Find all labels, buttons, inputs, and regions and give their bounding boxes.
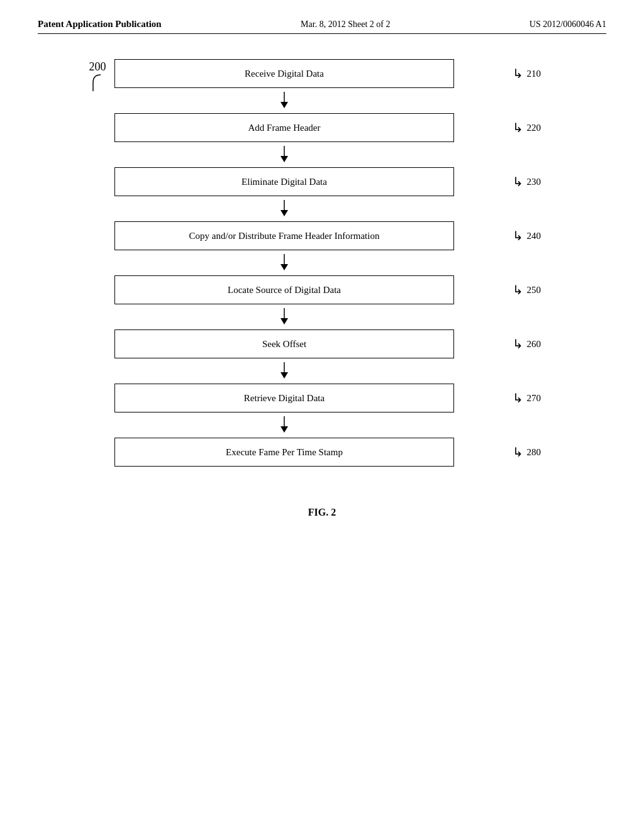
page-header: Patent Application Publication Mar. 8, 2…: [38, 19, 606, 34]
flow-label-280: ↳280: [513, 445, 541, 460]
flow-label-210: ↳210: [513, 66, 541, 81]
flow-num-270: 270: [527, 393, 541, 404]
arrow-svg: [278, 416, 291, 434]
page: Patent Application Publication Mar. 8, 2…: [0, 0, 644, 830]
flow-label-240: ↳240: [513, 228, 541, 243]
svg-marker-9: [280, 318, 288, 324]
arrow-down-220: [114, 142, 454, 167]
flow-num-240: 240: [527, 231, 541, 241]
diagram: 200 Receive Digital Data↳210 Add Frame H…: [38, 59, 606, 469]
arrow-svg: [278, 92, 291, 109]
arrow-down-230: [114, 196, 454, 221]
svg-marker-5: [280, 210, 288, 216]
svg-marker-3: [280, 156, 288, 162]
arrow-svg: [278, 200, 291, 218]
bracket-icon: [88, 74, 107, 92]
flow-item-210: Receive Digital Data↳210: [114, 59, 491, 88]
arrow-svg: [278, 146, 291, 163]
flow-box-250: Locate Source of Digital Data: [114, 275, 454, 304]
svg-marker-11: [280, 372, 288, 379]
flow-item-280: Execute Fame Per Time Stamp↳280: [114, 438, 491, 467]
flow-label-270: ↳270: [513, 390, 541, 406]
arrow-down-270: [114, 412, 454, 438]
diagram-main-label: 200: [89, 60, 106, 74]
arrow-svg: [278, 362, 291, 380]
arrow-svg: [278, 308, 291, 326]
flow-num-220: 220: [527, 123, 541, 133]
flow-item-220: Add Frame Header↳220: [114, 113, 491, 142]
flow-num-260: 260: [527, 339, 541, 350]
flow-num-250: 250: [527, 285, 541, 296]
flow-label-260: ↳260: [513, 336, 541, 351]
svg-marker-1: [280, 102, 288, 108]
flow-num-230: 230: [527, 177, 541, 187]
arrow-down-260: [114, 358, 454, 384]
flow-label-220: ↳220: [513, 120, 541, 135]
flow-container: Receive Digital Data↳210 Add Frame Heade…: [114, 59, 491, 467]
flow-num-280: 280: [527, 447, 541, 458]
svg-marker-13: [280, 426, 288, 433]
flow-num-210: 210: [527, 69, 541, 79]
header-center: Mar. 8, 2012 Sheet 2 of 2: [301, 19, 390, 30]
flow-box-210: Receive Digital Data: [114, 59, 454, 88]
figure-label: FIG. 2: [38, 507, 606, 518]
flow-item-270: Retrieve Digital Data↳270: [114, 384, 491, 412]
flow-box-230: Eliminate Digital Data: [114, 167, 454, 196]
flow-box-220: Add Frame Header: [114, 113, 454, 142]
flow-box-240: Copy and/or Distribute Frame Header Info…: [114, 221, 454, 250]
flow-label-230: ↳230: [513, 174, 541, 189]
arrow-down-250: [114, 304, 454, 329]
flow-item-250: Locate Source of Digital Data↳250: [114, 275, 491, 304]
arrow-down-240: [114, 250, 454, 275]
flow-item-230: Eliminate Digital Data↳230: [114, 167, 491, 196]
arrow-svg: [278, 254, 291, 272]
arrow-down-210: [114, 88, 454, 113]
flow-item-260: Seek Offset↳260: [114, 329, 491, 358]
flow-box-260: Seek Offset: [114, 329, 454, 358]
flow-item-240: Copy and/or Distribute Frame Header Info…: [114, 221, 491, 250]
flow-label-250: ↳250: [513, 282, 541, 297]
flow-box-280: Execute Fame Per Time Stamp: [114, 438, 454, 467]
header-right: US 2012/0060046 A1: [530, 19, 606, 30]
svg-marker-7: [280, 264, 288, 270]
header-left: Patent Application Publication: [38, 19, 162, 30]
flow-box-270: Retrieve Digital Data: [114, 384, 454, 412]
